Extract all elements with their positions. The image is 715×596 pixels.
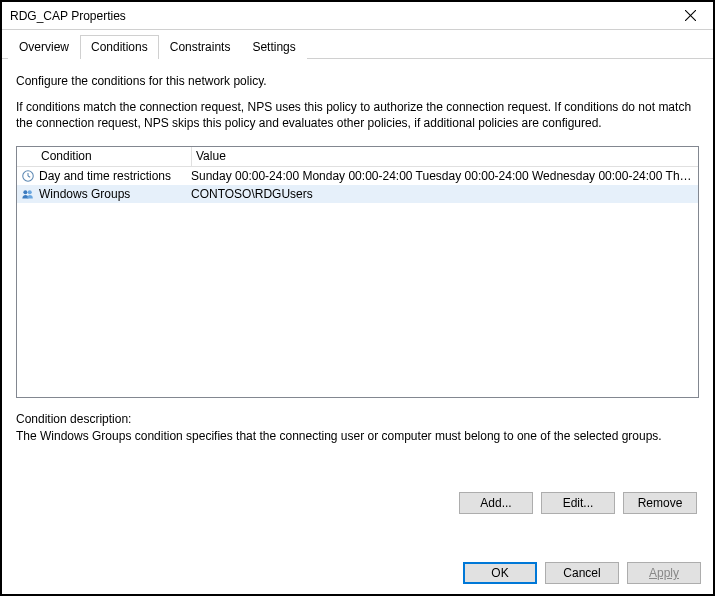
ok-button[interactable]: OK xyxy=(463,562,537,584)
close-icon xyxy=(685,10,696,21)
svg-point-5 xyxy=(23,190,27,194)
tab-settings[interactable]: Settings xyxy=(241,35,306,59)
group-icon xyxy=(17,187,39,201)
description-text: The Windows Groups condition specifies t… xyxy=(16,428,699,444)
description-label: Condition description: xyxy=(16,412,699,426)
list-row[interactable]: Day and time restrictions Sunday 00:00-2… xyxy=(17,167,698,185)
col-value[interactable]: Value xyxy=(192,149,698,163)
tab-conditions[interactable]: Conditions xyxy=(80,35,159,59)
clock-icon xyxy=(17,169,39,183)
remove-button[interactable]: Remove xyxy=(623,492,697,514)
explain-text: If conditions match the connection reque… xyxy=(16,99,699,131)
intro-text: Configure the conditions for this networ… xyxy=(16,73,699,89)
condition-value: Sunday 00:00-24:00 Monday 00:00-24:00 Tu… xyxy=(191,169,698,183)
dialog-buttons: OK Cancel Apply xyxy=(463,562,701,584)
cancel-button[interactable]: Cancel xyxy=(545,562,619,584)
condition-name: Windows Groups xyxy=(39,187,191,201)
tab-strip: Overview Conditions Constraints Settings xyxy=(2,30,713,59)
condition-value: CONTOSO\RDGUsers xyxy=(191,187,698,201)
list-row[interactable]: Windows Groups CONTOSO\RDGUsers xyxy=(17,185,698,203)
apply-button: Apply xyxy=(627,562,701,584)
close-button[interactable] xyxy=(673,5,707,27)
svg-point-6 xyxy=(28,190,32,194)
tab-content: Configure the conditions for this networ… xyxy=(2,59,713,514)
condition-name: Day and time restrictions xyxy=(39,169,191,183)
window-title: RDG_CAP Properties xyxy=(10,9,673,23)
conditions-list[interactable]: Condition Value Day and time restriction… xyxy=(16,146,699,398)
title-bar: RDG_CAP Properties xyxy=(2,2,713,30)
list-buttons: Add... Edit... Remove xyxy=(16,492,699,514)
edit-button[interactable]: Edit... xyxy=(541,492,615,514)
tab-constraints[interactable]: Constraints xyxy=(159,35,242,59)
add-button[interactable]: Add... xyxy=(459,492,533,514)
col-condition[interactable]: Condition xyxy=(39,149,191,163)
list-header: Condition Value xyxy=(17,147,698,167)
tab-overview[interactable]: Overview xyxy=(8,35,80,59)
